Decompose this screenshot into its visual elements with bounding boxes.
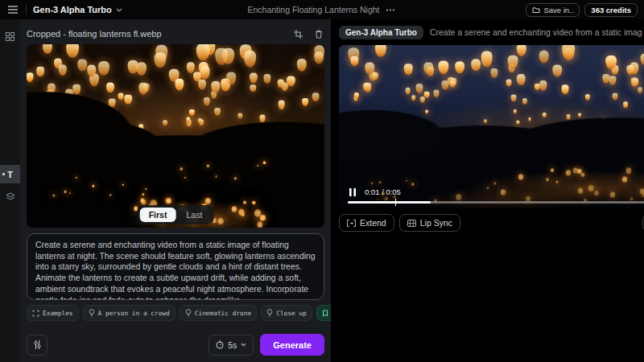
tool-rail: T xyxy=(0,19,20,362)
hamburger-menu-button[interactable] xyxy=(6,4,19,15)
pause-icon xyxy=(349,188,356,196)
output-panel: Gen-3 Alpha Turbo Create a serene and en… xyxy=(331,19,644,362)
crop-icon xyxy=(294,30,303,39)
session-title: Enchanting Floating Lanterns Night xyxy=(247,5,379,14)
prompt-input[interactable]: Create a serene and enchanting video fro… xyxy=(27,233,324,300)
apps-grid-button[interactable] xyxy=(0,27,20,46)
model-selector-label: Gen-3 Alpha Turbo xyxy=(33,5,112,14)
chevron-down-icon xyxy=(241,343,246,347)
suggestion-chip-cinematic-drone[interactable]: Cinematic drone xyxy=(180,305,257,321)
duration-value: 5s xyxy=(228,340,237,350)
active-indicator-dot xyxy=(2,173,5,175)
suggestion-chips: Examples A person in a crowd Cinematic d… xyxy=(27,305,324,321)
lightbulb-icon xyxy=(89,309,95,317)
layers-icon xyxy=(6,192,15,201)
apps-grid-icon xyxy=(6,32,14,41)
lantern-photo xyxy=(27,44,324,228)
text-tool-button[interactable]: T xyxy=(0,165,20,183)
credits-button[interactable]: 363 credits xyxy=(584,3,638,17)
folder-icon xyxy=(532,6,540,14)
hamburger-icon xyxy=(8,6,18,14)
generation-bar: 5s Generate xyxy=(27,334,324,356)
crop-button[interactable] xyxy=(292,28,304,40)
input-panel: Cropped - floating lanterns fl.webp xyxy=(20,19,331,362)
model-selector[interactable]: Gen-3 Alpha Turbo xyxy=(33,5,122,14)
sliders-icon xyxy=(33,340,42,349)
extend-icon xyxy=(347,220,356,227)
player-controls: 0:01 / 0:05 xyxy=(348,186,644,198)
suggestion-chip-person-crowd[interactable]: A person in a crowd xyxy=(83,305,175,321)
seek-bar-played xyxy=(348,201,431,204)
examples-icon xyxy=(32,310,39,317)
model-badge: Gen-3 Alpha Turbo xyxy=(339,26,423,39)
bookmark-icon xyxy=(322,310,328,317)
playback-time: 0:01 / 0:05 xyxy=(365,187,401,196)
stopwatch-icon xyxy=(216,340,224,349)
ellipsis-icon xyxy=(386,9,395,11)
text-tool-icon: T xyxy=(7,170,13,179)
pause-button[interactable] xyxy=(348,187,357,198)
input-image[interactable]: First Last xyxy=(27,44,324,228)
playhead[interactable] xyxy=(395,199,397,206)
lightbulb-icon xyxy=(266,309,273,317)
trash-icon xyxy=(315,30,323,39)
extend-button[interactable]: Extend xyxy=(339,214,394,232)
top-bar: Gen-3 Alpha Turbo Enchanting Floating La… xyxy=(0,0,644,19)
duration-selector[interactable]: 5s xyxy=(208,335,254,356)
output-actions: Extend Lip Sync Rate ☆☆☆☆☆ xyxy=(339,214,644,232)
examples-chip[interactable]: Examples xyxy=(27,305,79,321)
divider xyxy=(26,5,27,14)
seek-bar[interactable] xyxy=(348,201,644,204)
prompt-preview: Create a serene and enchanting video fro… xyxy=(430,27,642,37)
save-in-button[interactable]: Save in.. xyxy=(526,3,580,17)
keyframe-toggle: First Last xyxy=(138,205,214,224)
lip-sync-button[interactable]: Lip Sync xyxy=(399,214,460,232)
save-in-label: Save in.. xyxy=(543,6,573,14)
layers-button[interactable] xyxy=(0,187,20,206)
keyframe-first-button[interactable]: First xyxy=(140,208,176,222)
generation-settings-button[interactable] xyxy=(27,335,47,356)
keyframe-last-button[interactable]: Last xyxy=(177,208,211,222)
lip-sync-icon xyxy=(407,220,416,227)
delete-button[interactable] xyxy=(313,28,324,40)
lightbulb-icon xyxy=(185,309,192,317)
session-menu-button[interactable] xyxy=(385,7,397,13)
generate-button[interactable]: Generate xyxy=(260,334,324,356)
generated-video-frame xyxy=(339,45,644,208)
video-player[interactable]: 0:01 / 0:05 xyxy=(339,45,644,208)
app-root: Gen-3 Alpha Turbo Enchanting Floating La… xyxy=(0,0,644,362)
chevron-down-icon xyxy=(116,8,122,12)
asset-title: Cropped - floating lanterns fl.webp xyxy=(27,29,162,39)
suggestion-chip-close-up[interactable]: Close up xyxy=(261,305,312,321)
credits-label: 363 credits xyxy=(591,6,631,14)
